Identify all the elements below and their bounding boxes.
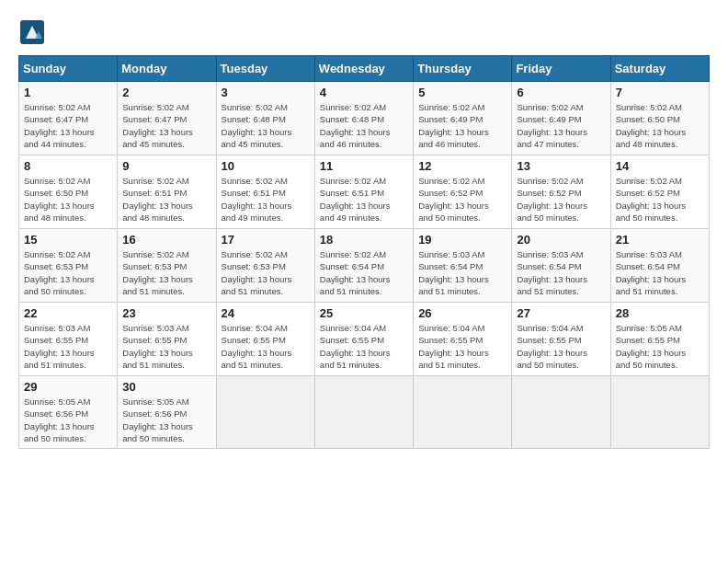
logo-icon bbox=[18, 18, 46, 46]
weekday-header-sunday: Sunday bbox=[19, 56, 118, 82]
day-info: Sunrise: 5:03 AM Sunset: 6:55 PM Dayligh… bbox=[24, 322, 112, 371]
day-cell bbox=[314, 376, 413, 449]
weekday-header-monday: Monday bbox=[118, 56, 216, 82]
day-cell: 5Sunrise: 5:02 AM Sunset: 6:49 PM Daylig… bbox=[414, 82, 512, 155]
day-number: 12 bbox=[418, 159, 506, 173]
day-cell: 29Sunrise: 5:05 AM Sunset: 6:56 PM Dayli… bbox=[19, 376, 118, 449]
day-cell: 1Sunrise: 5:02 AM Sunset: 6:47 PM Daylig… bbox=[19, 82, 118, 155]
day-info: Sunrise: 5:02 AM Sunset: 6:50 PM Dayligh… bbox=[24, 175, 112, 224]
day-cell: 4Sunrise: 5:02 AM Sunset: 6:48 PM Daylig… bbox=[314, 82, 413, 155]
day-info: Sunrise: 5:05 AM Sunset: 6:55 PM Dayligh… bbox=[616, 322, 704, 371]
day-number: 6 bbox=[517, 86, 605, 99]
day-number: 15 bbox=[24, 233, 112, 247]
day-cell: 23Sunrise: 5:03 AM Sunset: 6:55 PM Dayli… bbox=[118, 303, 216, 376]
day-info: Sunrise: 5:02 AM Sunset: 6:52 PM Dayligh… bbox=[517, 175, 605, 224]
day-number: 23 bbox=[122, 306, 210, 320]
day-number: 2 bbox=[122, 86, 210, 99]
day-info: Sunrise: 5:03 AM Sunset: 6:54 PM Dayligh… bbox=[418, 248, 506, 297]
day-cell: 28Sunrise: 5:05 AM Sunset: 6:55 PM Dayli… bbox=[610, 303, 709, 376]
day-info: Sunrise: 5:02 AM Sunset: 6:47 PM Dayligh… bbox=[122, 101, 210, 150]
day-cell: 11Sunrise: 5:02 AM Sunset: 6:51 PM Dayli… bbox=[314, 155, 413, 229]
day-cell: 13Sunrise: 5:02 AM Sunset: 6:52 PM Dayli… bbox=[512, 155, 610, 229]
day-cell: 25Sunrise: 5:04 AM Sunset: 6:55 PM Dayli… bbox=[314, 303, 413, 376]
day-cell: 18Sunrise: 5:02 AM Sunset: 6:54 PM Dayli… bbox=[314, 229, 413, 303]
day-number: 1 bbox=[24, 86, 112, 99]
day-info: Sunrise: 5:04 AM Sunset: 6:55 PM Dayligh… bbox=[517, 322, 605, 371]
day-number: 16 bbox=[122, 233, 210, 247]
day-number: 25 bbox=[320, 306, 408, 320]
day-number: 24 bbox=[222, 306, 310, 320]
weekday-header-saturday: Saturday bbox=[610, 56, 709, 82]
day-cell: 17Sunrise: 5:02 AM Sunset: 6:53 PM Dayli… bbox=[216, 229, 314, 303]
day-number: 29 bbox=[24, 380, 112, 394]
day-number: 21 bbox=[616, 233, 704, 247]
weekday-header-row: SundayMondayTuesdayWednesdayThursdayFrid… bbox=[19, 56, 710, 82]
day-number: 7 bbox=[616, 86, 704, 99]
day-number: 3 bbox=[222, 86, 310, 99]
day-cell bbox=[414, 376, 512, 449]
day-number: 4 bbox=[320, 86, 408, 99]
week-row-1: 1Sunrise: 5:02 AM Sunset: 6:47 PM Daylig… bbox=[19, 82, 710, 155]
calendar-table: SundayMondayTuesdayWednesdayThursdayFrid… bbox=[18, 55, 710, 449]
header bbox=[18, 18, 710, 46]
day-cell: 8Sunrise: 5:02 AM Sunset: 6:50 PM Daylig… bbox=[19, 155, 118, 229]
day-cell bbox=[216, 376, 314, 449]
week-row-4: 22Sunrise: 5:03 AM Sunset: 6:55 PM Dayli… bbox=[19, 303, 710, 376]
day-cell: 19Sunrise: 5:03 AM Sunset: 6:54 PM Dayli… bbox=[414, 229, 512, 303]
day-info: Sunrise: 5:02 AM Sunset: 6:54 PM Dayligh… bbox=[320, 248, 408, 297]
day-info: Sunrise: 5:02 AM Sunset: 6:51 PM Dayligh… bbox=[222, 175, 310, 224]
day-cell bbox=[512, 376, 610, 449]
day-cell: 14Sunrise: 5:02 AM Sunset: 6:52 PM Dayli… bbox=[610, 155, 709, 229]
day-info: Sunrise: 5:04 AM Sunset: 6:55 PM Dayligh… bbox=[320, 322, 408, 371]
day-cell: 21Sunrise: 5:03 AM Sunset: 6:54 PM Dayli… bbox=[610, 229, 709, 303]
day-cell: 7Sunrise: 5:02 AM Sunset: 6:50 PM Daylig… bbox=[610, 82, 709, 155]
day-cell: 26Sunrise: 5:04 AM Sunset: 6:55 PM Dayli… bbox=[414, 303, 512, 376]
day-number: 5 bbox=[418, 86, 506, 99]
day-number: 11 bbox=[320, 159, 408, 173]
day-number: 8 bbox=[24, 159, 112, 173]
day-number: 10 bbox=[222, 159, 310, 173]
weekday-header-wednesday: Wednesday bbox=[314, 56, 413, 82]
day-number: 27 bbox=[517, 306, 605, 320]
day-number: 28 bbox=[616, 306, 704, 320]
day-number: 13 bbox=[517, 159, 605, 173]
day-cell: 22Sunrise: 5:03 AM Sunset: 6:55 PM Dayli… bbox=[19, 303, 118, 376]
day-cell: 24Sunrise: 5:04 AM Sunset: 6:55 PM Dayli… bbox=[216, 303, 314, 376]
day-info: Sunrise: 5:02 AM Sunset: 6:52 PM Dayligh… bbox=[418, 175, 506, 224]
day-info: Sunrise: 5:02 AM Sunset: 6:50 PM Dayligh… bbox=[616, 101, 704, 150]
day-info: Sunrise: 5:03 AM Sunset: 6:55 PM Dayligh… bbox=[122, 322, 210, 371]
day-info: Sunrise: 5:02 AM Sunset: 6:49 PM Dayligh… bbox=[418, 101, 506, 150]
day-cell: 2Sunrise: 5:02 AM Sunset: 6:47 PM Daylig… bbox=[118, 82, 216, 155]
day-info: Sunrise: 5:02 AM Sunset: 6:53 PM Dayligh… bbox=[222, 248, 310, 297]
day-number: 19 bbox=[418, 233, 506, 247]
week-row-5: 29Sunrise: 5:05 AM Sunset: 6:56 PM Dayli… bbox=[19, 376, 710, 449]
day-info: Sunrise: 5:02 AM Sunset: 6:47 PM Dayligh… bbox=[24, 101, 112, 150]
day-cell: 6Sunrise: 5:02 AM Sunset: 6:49 PM Daylig… bbox=[512, 82, 610, 155]
day-cell: 16Sunrise: 5:02 AM Sunset: 6:53 PM Dayli… bbox=[118, 229, 216, 303]
day-number: 17 bbox=[222, 233, 310, 247]
day-info: Sunrise: 5:02 AM Sunset: 6:51 PM Dayligh… bbox=[122, 175, 210, 224]
day-cell: 20Sunrise: 5:03 AM Sunset: 6:54 PM Dayli… bbox=[512, 229, 610, 303]
week-row-2: 8Sunrise: 5:02 AM Sunset: 6:50 PM Daylig… bbox=[19, 155, 710, 229]
day-cell bbox=[610, 376, 709, 449]
day-info: Sunrise: 5:03 AM Sunset: 6:54 PM Dayligh… bbox=[616, 248, 704, 297]
day-info: Sunrise: 5:02 AM Sunset: 6:53 PM Dayligh… bbox=[24, 248, 112, 297]
day-info: Sunrise: 5:05 AM Sunset: 6:56 PM Dayligh… bbox=[122, 396, 210, 444]
day-cell: 9Sunrise: 5:02 AM Sunset: 6:51 PM Daylig… bbox=[118, 155, 216, 229]
day-number: 14 bbox=[616, 159, 704, 173]
day-info: Sunrise: 5:02 AM Sunset: 6:48 PM Dayligh… bbox=[222, 101, 310, 150]
day-number: 26 bbox=[418, 306, 506, 320]
day-cell: 27Sunrise: 5:04 AM Sunset: 6:55 PM Dayli… bbox=[512, 303, 610, 376]
day-info: Sunrise: 5:02 AM Sunset: 6:52 PM Dayligh… bbox=[616, 175, 704, 224]
logo bbox=[18, 18, 50, 46]
day-cell: 15Sunrise: 5:02 AM Sunset: 6:53 PM Dayli… bbox=[19, 229, 118, 303]
day-cell: 30Sunrise: 5:05 AM Sunset: 6:56 PM Dayli… bbox=[118, 376, 216, 449]
day-number: 9 bbox=[122, 159, 210, 173]
day-cell: 3Sunrise: 5:02 AM Sunset: 6:48 PM Daylig… bbox=[216, 82, 314, 155]
day-cell: 10Sunrise: 5:02 AM Sunset: 6:51 PM Dayli… bbox=[216, 155, 314, 229]
day-info: Sunrise: 5:04 AM Sunset: 6:55 PM Dayligh… bbox=[222, 322, 310, 371]
day-number: 20 bbox=[517, 233, 605, 247]
week-row-3: 15Sunrise: 5:02 AM Sunset: 6:53 PM Dayli… bbox=[19, 229, 710, 303]
day-info: Sunrise: 5:02 AM Sunset: 6:48 PM Dayligh… bbox=[320, 101, 408, 150]
day-info: Sunrise: 5:02 AM Sunset: 6:53 PM Dayligh… bbox=[122, 248, 210, 297]
